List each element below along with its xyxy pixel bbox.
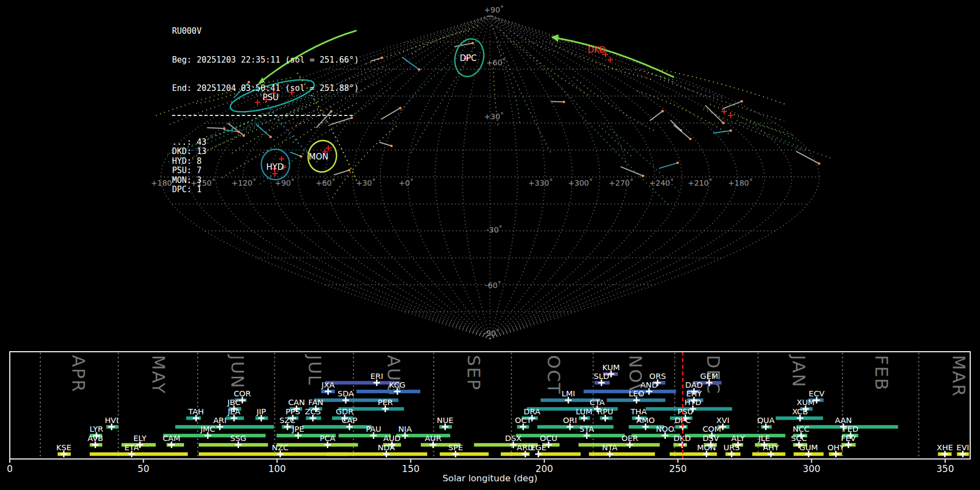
shower-label-NTA: NTA <box>602 443 618 452</box>
drift-trail <box>647 74 724 99</box>
shower-label-ERI: ERI <box>370 372 383 381</box>
plot-canvas: +180˚+150˚+120˚+90˚+60˚+30˚+0˚+330˚+300˚… <box>0 0 980 490</box>
drift-trail <box>638 91 729 134</box>
shower-label-OCU: OCU <box>540 434 557 443</box>
shower-label-JXA: JXA <box>321 381 335 389</box>
meteor-segment <box>551 101 564 102</box>
month-label-SEP: SEP <box>463 355 484 391</box>
drift-trail <box>583 117 670 207</box>
shower-label-DAD: DAD <box>685 381 703 389</box>
shower-label-EVI: EVI <box>957 443 969 452</box>
x-tick-label: 300 <box>803 463 820 474</box>
shower-label-OHY: OHY <box>828 443 844 452</box>
shower-label-SCC: SCC <box>791 434 807 443</box>
shower-label-RPU: RPU <box>597 407 613 416</box>
end-time: End: 20251204 03:50:41 (sol = 251.88°) <box>172 84 359 94</box>
apex-arrowhead <box>551 34 559 42</box>
shower-label-TAH: TAH <box>188 407 204 416</box>
shower-bar-CAP <box>302 425 372 429</box>
shower-label-PCA: PCA <box>320 434 335 443</box>
meteor-endpoint <box>562 101 565 103</box>
shower-label-NUE: NUE <box>437 416 454 425</box>
meteor-endpoint <box>418 68 421 71</box>
shower-label-SDA: SDA <box>338 389 354 398</box>
lat-tick-label: -90˚ <box>483 329 500 338</box>
shower-label-PAU: PAU <box>366 425 381 433</box>
shower-label-OER: OER <box>621 434 638 443</box>
shower-label-ORI: ORI <box>563 416 577 425</box>
drift-trail <box>703 109 805 151</box>
shower-label-DRA: DRA <box>524 407 541 416</box>
lon-tick-label: +180˚ <box>728 179 752 187</box>
shower-label-XCB: XCB <box>792 407 808 416</box>
shower-label-URS: URS <box>724 443 740 452</box>
shower-label-NZC: NZC <box>272 443 289 452</box>
x-tick-label: 250 <box>669 463 687 474</box>
meteor-segment <box>402 57 419 70</box>
meteor-segment <box>379 142 391 146</box>
lat-tick-label: +30˚ <box>484 112 504 121</box>
apex-arc <box>557 38 674 77</box>
shower-label-GEM: GEM <box>700 372 718 381</box>
lat-tick-label: +60˚ <box>486 58 506 67</box>
shower-label-JIP: JIP <box>256 407 266 416</box>
shower-label-COM: COM <box>702 425 721 433</box>
shower-label-STA: STA <box>579 425 594 433</box>
shower-bar-PCA <box>277 443 358 447</box>
shower-label-MON: MON <box>697 443 716 452</box>
meteor-segment <box>674 125 691 139</box>
shower-label-JMC: JMC <box>200 425 215 433</box>
month-label-APR: APR <box>68 355 89 393</box>
shower-label-JLE: JLE <box>758 434 770 443</box>
drift-trail <box>660 79 784 121</box>
shower-label-EHY: EHY <box>686 389 702 398</box>
meteor-endpoint <box>661 110 664 113</box>
meteor-segment <box>381 108 400 119</box>
shower-label-SLD: SLD <box>594 372 609 381</box>
lon-tick-label: +270˚ <box>609 179 633 187</box>
lon-tick-label: +300˚ <box>568 179 592 187</box>
drift-trail <box>492 25 551 153</box>
meteor-endpoint <box>689 138 692 140</box>
shower-label-XUM: XUM <box>797 398 814 407</box>
count-row-PSU: PSU: 7 <box>172 166 359 176</box>
lon-tick-label: +210˚ <box>688 179 712 187</box>
count-row-DPC: DPC: 1 <box>172 185 359 195</box>
shower-label-CAN: CAN <box>288 398 305 407</box>
meteor-segment <box>455 43 473 47</box>
map-shower-label-DKD: DKD <box>588 45 606 55</box>
observation-header: RU000V Beg: 20251203 22:35:11 (sol = 251… <box>172 8 359 204</box>
x-tick-label: 100 <box>268 463 286 474</box>
meteor-segment <box>796 151 819 164</box>
shower-label-JBC: JBC <box>227 398 241 407</box>
shower-count-list: ...: 43DKD: 13HYD: 8PSU: 7MON: 3DPC: 1 <box>172 138 359 195</box>
shower-label-OCT: OCT <box>515 416 532 425</box>
shower-label-KCG: KCG <box>389 381 406 389</box>
shower-label-COR: COR <box>234 389 251 398</box>
drift-trail <box>756 125 797 140</box>
shower-label-LUM: LUM <box>576 407 592 416</box>
shower-bar-NTA <box>589 452 655 456</box>
radiant-plot-page: { "header": { "station": "RU000V", "beg"… <box>0 0 980 490</box>
drift-trail <box>388 62 451 127</box>
activity-chart: APRMAYJUNJULAUGSEPOCTNOVDECJANFEBMARKUME… <box>7 352 970 483</box>
meteor-endpoint <box>399 107 402 109</box>
shower-bar-NZC <box>199 452 348 456</box>
shower-bar-ARI <box>175 425 274 429</box>
shower-label-FEV: FEV <box>841 434 856 443</box>
shower-bar-OER <box>579 443 660 447</box>
count-row-DKD: DKD: 13 <box>172 147 359 157</box>
shower-label-PSU: PSU <box>678 407 694 416</box>
shower-label-AMO: AMO <box>636 416 655 425</box>
shower-label-JPE: JPE <box>292 425 304 433</box>
header-separator <box>172 115 353 116</box>
shower-label-CTA: CTA <box>590 398 605 407</box>
shower-label-PPS: PPS <box>285 407 300 416</box>
begin-time: Beg: 20251203 22:35:11 (sol = 251.66°) <box>172 56 359 65</box>
month-label-FEB: FEB <box>871 355 892 391</box>
shower-label-AVB: AVB <box>88 434 103 443</box>
month-label-MAY: MAY <box>148 355 169 395</box>
shower-label-FED: FED <box>843 425 859 433</box>
month-label-JUN: JUN <box>227 354 248 389</box>
shower-label-NIA: NIA <box>398 425 412 433</box>
